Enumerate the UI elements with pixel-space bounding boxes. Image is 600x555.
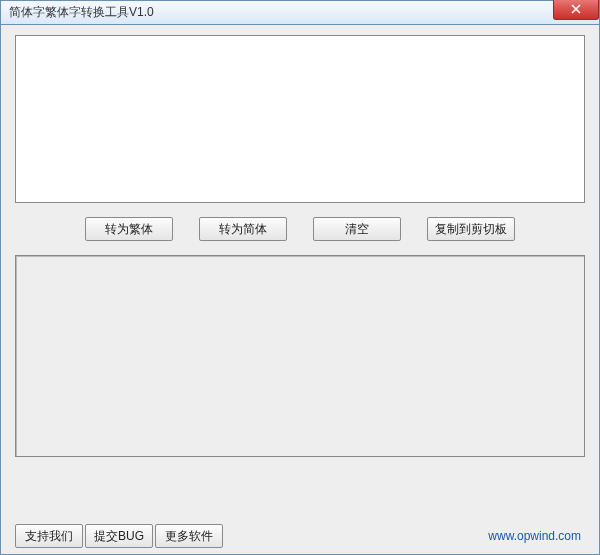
output-textarea[interactable]: [15, 255, 585, 457]
clear-button[interactable]: 清空: [313, 217, 401, 241]
input-textarea[interactable]: [15, 35, 585, 203]
to-traditional-button[interactable]: 转为繁体: [85, 217, 173, 241]
client-area: 转为繁体 转为简体 清空 复制到剪切板 支持我们 提交BUG 更多软件 www.…: [0, 25, 600, 555]
to-simplified-button[interactable]: 转为简体: [199, 217, 287, 241]
titlebar: 简体字繁体字转换工具V1.0: [0, 0, 600, 25]
close-icon: [571, 3, 581, 17]
action-button-row: 转为繁体 转为简体 清空 复制到剪切板: [15, 203, 585, 255]
app-window: 简体字繁体字转换工具V1.0 转为繁体 转为简体 清空 复制到剪切板 支持我们 …: [0, 0, 600, 555]
submit-bug-button[interactable]: 提交BUG: [85, 524, 153, 548]
spacer: [15, 457, 585, 506]
window-title: 简体字繁体字转换工具V1.0: [9, 4, 154, 21]
bottom-row: 支持我们 提交BUG 更多软件 www.opwind.com: [15, 506, 585, 548]
close-button[interactable]: [553, 0, 599, 20]
website-link[interactable]: www.opwind.com: [488, 529, 585, 543]
copy-clipboard-button[interactable]: 复制到剪切板: [427, 217, 515, 241]
support-us-button[interactable]: 支持我们: [15, 524, 83, 548]
more-software-button[interactable]: 更多软件: [155, 524, 223, 548]
bottom-button-group: 支持我们 提交BUG 更多软件: [15, 524, 223, 548]
